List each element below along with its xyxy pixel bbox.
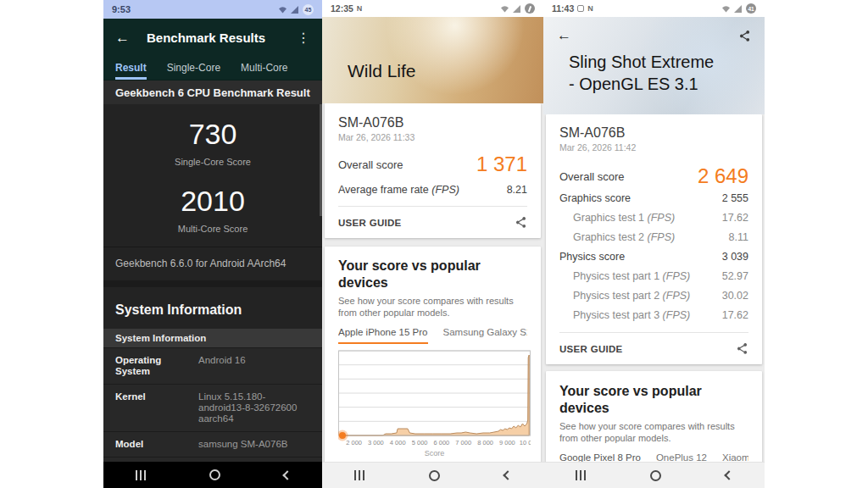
- svg-text:9 000: 9 000: [499, 439, 515, 446]
- status-bar: 12:35 N: [322, 0, 543, 17]
- app-bar: ← Benchmark Results ⋮: [103, 19, 322, 57]
- wildlife-result-panel: 12:35 N Wild Life SM-A076B Mar 26, 2026 …: [322, 0, 543, 488]
- share-icon[interactable]: [736, 342, 748, 355]
- system-information-subheader: System Information: [103, 329, 322, 347]
- status-time: 9:53: [112, 4, 131, 14]
- score-row: Physics test part 3 (FPS) 17.62: [559, 306, 748, 325]
- battery-icon: 41: [746, 3, 756, 14]
- single-core-label: Single-Core Score: [103, 157, 322, 168]
- overflow-menu-icon[interactable]: ⋮: [297, 30, 310, 46]
- overall-score-label: Overall score: [559, 170, 625, 183]
- compare-subtitle: See how your score compares with results…: [559, 420, 748, 444]
- score-value: 3 039: [722, 247, 748, 267]
- share-icon[interactable]: [738, 30, 751, 42]
- recents-button[interactable]: [576, 470, 586, 480]
- benchmark-title: Sling Shot Extreme - OpenGL ES 3.1: [569, 51, 765, 95]
- single-core-score: 730: [103, 118, 322, 150]
- result-card: SM-A076B Mar 26, 2026 11:33 Overall scor…: [325, 103, 541, 238]
- user-guide-button[interactable]: USER GUIDE: [559, 344, 623, 354]
- screenshot-icon: [577, 5, 584, 12]
- benchmark-title-line2: - OpenGL ES 3.1: [569, 73, 765, 95]
- overall-score-value: 1 371: [476, 152, 527, 176]
- back-button[interactable]: [503, 470, 512, 480]
- fps-value: 8.21: [507, 182, 527, 197]
- slingshot-result-panel: 11:43 N 41 ← Sling Shot Extreme - OpenGL…: [543, 0, 765, 488]
- back-button[interactable]: [724, 470, 733, 480]
- tab-samsung-galaxy-s24[interactable]: Samsung Galaxy S24 (Exyno: [443, 327, 528, 344]
- compare-title: Your score vs popular devices: [559, 383, 748, 417]
- result-card: SM-A076B Mar 26, 2026 11:42 Overall scor…: [546, 114, 762, 364]
- svg-text:3 000: 3 000: [368, 439, 384, 446]
- geekbench-app-panel: 9:53 45 ← Benchmark Results ⋮ Result Sin…: [103, 0, 322, 488]
- back-button[interactable]: [282, 470, 292, 480]
- back-arrow-icon[interactable]: ←: [557, 27, 571, 44]
- result-date: Mar 26, 2026 11:42: [559, 142, 748, 153]
- tab-multi-core[interactable]: Multi-Core: [241, 62, 287, 80]
- user-guide-button[interactable]: USER GUIDE: [338, 218, 402, 228]
- back-arrow-icon[interactable]: ←: [115, 30, 130, 47]
- score-value: 17.62: [722, 306, 748, 325]
- home-button[interactable]: [209, 469, 220, 480]
- table-row: Kernel Linux 5.15.180-android13-8-326726…: [103, 384, 322, 431]
- score-row: Physics test part 1 (FPS) 52.97: [559, 267, 748, 286]
- wildlife-hero-image: Wild Life: [322, 17, 543, 103]
- score-value: 17.62: [722, 208, 748, 228]
- device-name: SM-A076B: [559, 125, 748, 141]
- score-distribution-chart: 2 0003 0004 0005 0006 0007 0008 0009 000…: [338, 349, 527, 464]
- score-row: Graphics score 2 555: [559, 189, 748, 208]
- device-tab-bar: Apple iPhone 15 Pro Samsung Galaxy S24 (…: [338, 327, 527, 344]
- wifi-icon: [278, 6, 287, 14]
- recents-button[interactable]: [136, 470, 146, 480]
- fps-label: Average frame rate: [338, 184, 431, 196]
- scores-block: 730 Single-Core Score 2010 Multi-Core Sc…: [103, 104, 322, 247]
- score-value: 2 555: [722, 189, 748, 208]
- tab-single-core[interactable]: Single-Core: [167, 62, 220, 80]
- svg-text:5 000: 5 000: [412, 439, 428, 446]
- compare-title: Your score vs popular devices: [338, 258, 527, 291]
- screenshot-canvas: 9:53 45 ← Benchmark Results ⋮ Result Sin…: [0, 0, 868, 488]
- score-row: Graphics test 2 (FPS) 8.11: [559, 228, 748, 247]
- row-value: Android 16: [198, 353, 310, 379]
- score-row: Physics score 3 039: [559, 247, 748, 267]
- svg-text:4 000: 4 000: [390, 439, 406, 446]
- score-value: 52.97: [722, 267, 748, 286]
- svg-text:10 000: 10 000: [520, 439, 531, 446]
- recents-button[interactable]: [354, 470, 364, 480]
- svg-text:7 000: 7 000: [455, 439, 471, 446]
- share-icon[interactable]: [515, 216, 527, 229]
- score-row: Graphics test 1 (FPS) 17.62: [559, 208, 748, 228]
- benchmark-title: Wild Life: [348, 61, 416, 81]
- score-value: 30.02: [722, 286, 748, 306]
- status-bar: 9:53 45: [103, 0, 322, 19]
- multi-core-label: Multi-Core Score: [103, 224, 322, 235]
- table-row: Operating System Android 16: [103, 347, 322, 384]
- status-bar: 11:43 N 41: [543, 0, 765, 17]
- tab-result[interactable]: Result: [115, 62, 147, 80]
- tab-apple-iphone-15-pro[interactable]: Apple iPhone 15 Pro: [338, 327, 428, 344]
- home-button[interactable]: [650, 470, 661, 481]
- compare-subtitle: See how your score compares with results…: [338, 295, 527, 319]
- row-value: samsung SM-A076B: [198, 437, 310, 452]
- row-value: Linux 5.15.180-android13-8-32672600 aarc…: [198, 390, 310, 426]
- status-time: 12:35: [331, 3, 353, 14]
- cellular-signal-icon: [291, 6, 299, 14]
- cellular-signal-icon: [513, 5, 521, 13]
- overall-score-value: 2 649: [698, 164, 748, 188]
- svg-text:Score: Score: [425, 449, 445, 458]
- system-information-title: System Information: [103, 287, 322, 329]
- android-nav-bar: [103, 462, 322, 488]
- svg-text:2 000: 2 000: [346, 439, 362, 446]
- tab-bar: Result Single-Core Multi-Core: [103, 57, 322, 80]
- android-nav-bar: [543, 462, 765, 488]
- wifi-icon: [500, 5, 509, 13]
- fps-suffix: (FPS): [431, 184, 459, 196]
- compare-card: Your score vs popular devices See how yo…: [325, 247, 541, 488]
- row-label: Model: [115, 437, 198, 452]
- table-row: Model samsung SM-A076B: [103, 431, 322, 457]
- row-label: Kernel: [115, 390, 198, 426]
- svg-text:8 000: 8 000: [477, 439, 493, 446]
- result-section-header: Geekbench 6 CPU Benchmark Result: [103, 80, 322, 104]
- home-button[interactable]: [429, 470, 440, 481]
- score-row: Physics test part 2 (FPS) 30.02: [559, 286, 748, 306]
- battery-icon: [525, 3, 535, 14]
